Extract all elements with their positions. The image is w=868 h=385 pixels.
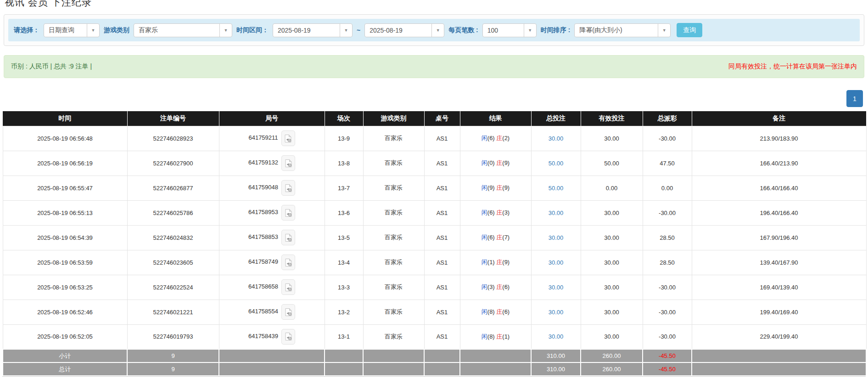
cell-bet-id: 522746021221 (127, 300, 219, 324)
date-to-select[interactable]: 2025-08-19 ▼ (364, 23, 444, 37)
page-size-label: 每页笔数 : (448, 26, 478, 34)
total-count: 9 (127, 362, 219, 376)
cell-round-id: 641758658 (219, 275, 325, 300)
query-type-select[interactable]: 日期查询 ▼ (44, 23, 100, 37)
video-replay-button[interactable] (281, 255, 295, 270)
cell-total-bet: 30.00 (531, 275, 581, 300)
table-row: 2025-08-19 06:54:39 522746024832 6417588… (3, 225, 866, 250)
player-result-score: (6) (487, 135, 495, 142)
banker-result-label: 庄 (496, 308, 502, 315)
total-valid-bet: 260.00 (581, 362, 643, 376)
cell-payout: -30.00 (643, 126, 692, 151)
table-row: 2025-08-19 06:53:59 522746023605 6417587… (3, 250, 866, 275)
player-result-score: (8) (487, 333, 495, 340)
cell-time: 2025-08-19 06:54:39 (3, 225, 127, 250)
video-replay-button[interactable] (281, 304, 295, 320)
header-bet-id: 注单编号 (127, 111, 219, 126)
cell-result: 闲(0) 庄(9) (460, 151, 531, 176)
table-totals: 小计 9 310.00 260.00 -45.50 总计 9 310.00 26… (3, 349, 866, 376)
banker-result-label: 庄 (496, 184, 502, 191)
cell-remark: 166.40/166.40 (692, 176, 866, 200)
cell-valid-bet: 30.00 (581, 324, 643, 349)
video-replay-button[interactable] (281, 205, 295, 221)
cell-result: 闲(1) 庄(9) (460, 250, 531, 275)
game-type-select[interactable]: 百家乐 ▼ (134, 23, 232, 37)
total-bet-link[interactable]: 30.00 (549, 309, 564, 316)
table-row: 2025-08-19 06:52:46 522746021221 6417585… (3, 300, 866, 324)
video-file-icon (285, 233, 292, 242)
cell-bet-id: 522746019793 (127, 324, 219, 349)
header-valid-bet: 有效投注 (581, 111, 643, 126)
banker-result-label: 庄 (496, 283, 502, 290)
cell-session: 13-7 (325, 176, 363, 200)
video-replay-button[interactable] (281, 279, 295, 295)
cell-round-id: 641759211 (219, 126, 325, 151)
header-payout: 总派彩 (643, 111, 692, 126)
player-result-label: 闲 (482, 184, 487, 191)
cell-game-type: 百家乐 (363, 324, 424, 349)
table-row: 2025-08-19 06:55:13 522746025786 6417589… (3, 200, 866, 225)
cell-table-no: AS1 (424, 176, 460, 200)
total-bet-link[interactable]: 30.00 (549, 333, 564, 340)
cell-result: 闲(9) 庄(9) (460, 176, 531, 200)
cell-valid-bet: 30.00 (581, 300, 643, 324)
total-bet-link[interactable]: 30.00 (549, 284, 564, 291)
cell-bet-id: 522746026877 (127, 176, 219, 200)
table-header: 时间 注单编号 局号 场次 游戏类别 桌号 结果 总投注 有效投注 总派彩 备注 (3, 111, 866, 126)
page-size-select[interactable]: 100 ▼ (482, 23, 537, 37)
cell-session: 13-2 (325, 300, 363, 324)
banker-result-label: 庄 (496, 259, 502, 266)
cell-total-bet: 30.00 (531, 250, 581, 275)
date-from-select[interactable]: 2025-08-19 ▼ (273, 23, 353, 37)
player-result-label: 闲 (482, 259, 487, 266)
total-label: 总计 (3, 362, 127, 376)
cell-valid-bet: 30.00 (581, 225, 643, 250)
cell-table-no: AS1 (424, 250, 460, 275)
video-replay-button[interactable] (281, 329, 295, 345)
total-bet-link[interactable]: 30.00 (549, 135, 564, 142)
player-result-score: (9) (487, 184, 495, 191)
sort-order-select[interactable]: 降幂(由大到小) ▼ (574, 23, 671, 37)
search-button[interactable]: 查询 (677, 23, 702, 37)
round-id-value: 641758658 (248, 283, 278, 290)
cell-remark: 169.40/139.40 (692, 275, 866, 300)
query-type-label: 请选择： (14, 26, 39, 34)
cell-session: 13-4 (325, 250, 363, 275)
banker-result-score: (9) (502, 184, 510, 191)
page-button-1[interactable]: 1 (846, 90, 863, 107)
total-bet-link[interactable]: 50.00 (549, 185, 564, 192)
total-bet-link[interactable]: 30.00 (549, 209, 564, 216)
video-replay-button[interactable] (281, 230, 295, 245)
cell-payout: -30.00 (643, 300, 692, 324)
chevron-down-icon: ▼ (87, 24, 99, 37)
video-file-icon (285, 283, 292, 292)
header-session: 场次 (325, 111, 363, 126)
cell-result: 闲(3) 庄(6) (460, 275, 531, 300)
cell-session: 13-8 (325, 151, 363, 176)
video-replay-button[interactable] (281, 130, 295, 146)
filter-bar: 请选择： 日期查询 ▼ 游戏类别 百家乐 ▼ 时间区间： 2025-08-19 … (8, 19, 860, 41)
cell-remark: 229.40/199.40 (692, 324, 866, 349)
cell-remark: 139.40/167.90 (692, 250, 866, 275)
currency-summary-text: 币别 : 人民币 | 总共 :9 注单 | (11, 62, 92, 71)
cell-time: 2025-08-19 06:55:47 (3, 176, 127, 200)
cell-game-type: 百家乐 (363, 151, 424, 176)
player-result-score: (0) (487, 159, 495, 166)
total-total-bet: 310.00 (531, 362, 581, 376)
cell-game-type: 百家乐 (363, 250, 424, 275)
banker-result-label: 庄 (496, 333, 502, 340)
total-row: 总计 9 310.00 260.00 -45.50 (3, 362, 866, 376)
video-replay-button[interactable] (281, 155, 295, 171)
total-bet-link[interactable]: 50.00 (549, 160, 564, 167)
banker-result-score: (7) (502, 234, 510, 241)
cell-result: 闲(6) 庄(2) (460, 126, 531, 151)
video-replay-button[interactable] (281, 180, 295, 196)
cell-session: 13-3 (325, 275, 363, 300)
cell-valid-bet: 30.00 (581, 200, 643, 225)
video-file-icon (285, 209, 292, 217)
player-result-label: 闲 (482, 159, 487, 166)
banker-result-score: (6) (502, 283, 510, 290)
total-bet-link[interactable]: 30.00 (549, 259, 564, 266)
total-bet-link[interactable]: 30.00 (549, 234, 564, 241)
table-row: 2025-08-19 06:56:19 522746027900 6417591… (3, 151, 866, 176)
